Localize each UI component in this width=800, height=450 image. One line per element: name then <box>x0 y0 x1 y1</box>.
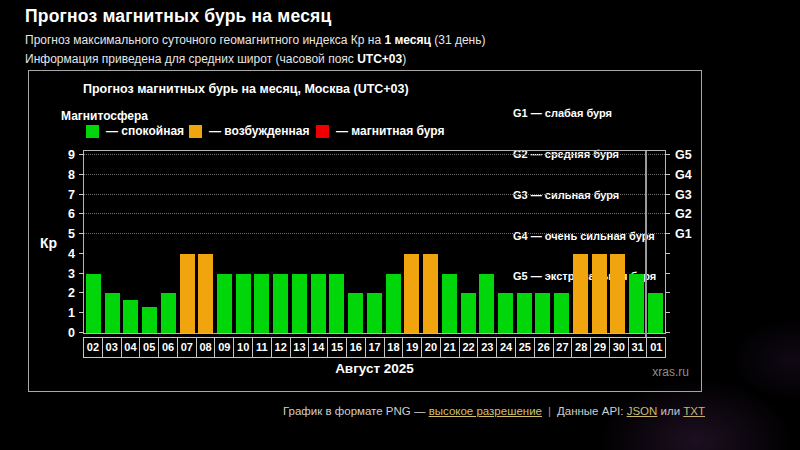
y-tick-label: 7 <box>68 188 75 202</box>
kp-bar-day-12 <box>273 274 288 333</box>
gridline-kp7 <box>84 194 665 195</box>
high-resolution-link[interactable]: высокое разрешение <box>429 405 542 417</box>
gridline-kp9 <box>84 154 665 155</box>
json-link[interactable]: JSON <box>627 405 658 417</box>
y-tick <box>79 194 84 195</box>
excited-swatch-icon <box>189 125 202 138</box>
y-tick-label: 5 <box>68 227 75 241</box>
y-tick-label: 3 <box>68 267 75 281</box>
day-label-21: 21 <box>440 337 460 358</box>
day-label-25: 25 <box>515 337 535 358</box>
day-label-22: 22 <box>459 337 479 358</box>
kp-bar-day-15 <box>329 274 344 333</box>
footer-api-text: Данные API: <box>557 405 627 417</box>
gridline-kp8 <box>84 174 665 175</box>
day-label-13: 13 <box>290 337 310 358</box>
subtitle2-suffix: ) <box>402 52 406 66</box>
bar-slot <box>646 151 665 333</box>
bar-slot <box>159 151 178 333</box>
g-scale-label: G5 <box>675 148 692 162</box>
bar-slot <box>609 151 628 333</box>
y-tick <box>79 332 84 333</box>
day-label-06: 06 <box>158 337 178 358</box>
day-label-04: 04 <box>121 337 141 358</box>
page-subtitle-timezone: Информация приведена для средних широт (… <box>25 52 406 66</box>
gridline-kp5 <box>84 233 665 234</box>
day-label-09: 09 <box>214 337 234 358</box>
y-tick-label: 0 <box>68 326 75 340</box>
bar-slot <box>496 151 515 333</box>
y-tick <box>79 154 84 155</box>
day-label-10: 10 <box>233 337 253 358</box>
bar-slot <box>365 151 384 333</box>
watermark: xras.ru <box>652 365 689 379</box>
y-tick <box>79 213 84 214</box>
bar-slot <box>84 151 103 333</box>
kp-bar-day-16 <box>348 293 363 333</box>
bar-slot <box>178 151 197 333</box>
day-label-03: 03 <box>102 337 122 358</box>
y-tick-label: 6 <box>68 207 75 221</box>
day-label-07: 07 <box>177 337 197 358</box>
chart-title: Прогноз магнитных бурь на месяц, Москва … <box>83 82 409 96</box>
g-scale-label: G3 <box>675 188 692 202</box>
bar-slot <box>477 151 496 333</box>
footer-or-text: или <box>657 405 683 417</box>
footer-separator: | <box>542 405 557 417</box>
y-tick-label: 8 <box>68 168 75 182</box>
y-tick <box>665 154 670 155</box>
y-tick <box>665 253 670 254</box>
day-label-23: 23 <box>477 337 497 358</box>
day-label-18: 18 <box>384 337 404 358</box>
footer: График в формате PNG — высокое разрешени… <box>283 405 705 417</box>
legend-title: Магнитосфера <box>61 109 148 123</box>
bars-container <box>84 151 665 333</box>
day-label-15: 15 <box>327 337 347 358</box>
subtitle1-bold: 1 месяц <box>384 33 430 47</box>
day-label-28: 28 <box>571 337 591 358</box>
legend-label-excited: — возбужденная <box>209 124 309 138</box>
bar-slot <box>196 151 215 333</box>
y-tick <box>79 292 84 293</box>
kp-bar-day-02 <box>86 274 101 333</box>
legend-item-excited: — возбужденная <box>189 124 309 138</box>
kp-bar-day-14 <box>311 274 326 333</box>
bar-slot <box>215 151 234 333</box>
bar-slot <box>421 151 440 333</box>
kp-bar-day-19 <box>404 254 419 333</box>
footer-png-text: График в формате PNG — <box>283 405 429 417</box>
bar-slot <box>534 151 553 333</box>
txt-link[interactable]: TXT <box>683 405 705 417</box>
month-separator-line <box>645 151 647 358</box>
kp-bar-day-06 <box>161 293 176 333</box>
y-tick <box>665 233 670 234</box>
bar-slot <box>552 151 571 333</box>
day-label-14: 14 <box>308 337 328 358</box>
y-tick-label: 2 <box>68 286 75 300</box>
bar-slot <box>384 151 403 333</box>
day-label-16: 16 <box>346 337 366 358</box>
kp-bar-day-01 <box>648 293 663 333</box>
bar-slot <box>440 151 459 333</box>
g1-legend-line: G1 — слабая буря <box>513 107 656 121</box>
y-tick <box>665 312 670 313</box>
kp-bar-day-04 <box>123 300 138 333</box>
bar-slot <box>309 151 328 333</box>
x-axis-day-labels: 0203040506070809101112131415161718192021… <box>83 337 666 358</box>
kp-bar-day-03 <box>105 293 120 333</box>
subtitle2-text: Информация приведена для средних широт (… <box>25 52 357 66</box>
g-scale-label: G1 <box>675 227 692 241</box>
y-tick <box>665 194 670 195</box>
kp-bar-day-26 <box>535 293 550 333</box>
day-label-17: 17 <box>365 337 385 358</box>
day-label-20: 20 <box>421 337 441 358</box>
page: { "header": { "title": "Прогноз магнитны… <box>0 0 800 450</box>
bar-slot <box>290 151 309 333</box>
legend-label-quiet: — спокойная <box>106 124 184 138</box>
day-label-02: 02 <box>83 337 103 358</box>
bar-slot <box>140 151 159 333</box>
y-tick <box>665 332 670 333</box>
bar-slot <box>590 151 609 333</box>
bar-slot <box>346 151 365 333</box>
y-tick-label: 4 <box>68 247 75 261</box>
